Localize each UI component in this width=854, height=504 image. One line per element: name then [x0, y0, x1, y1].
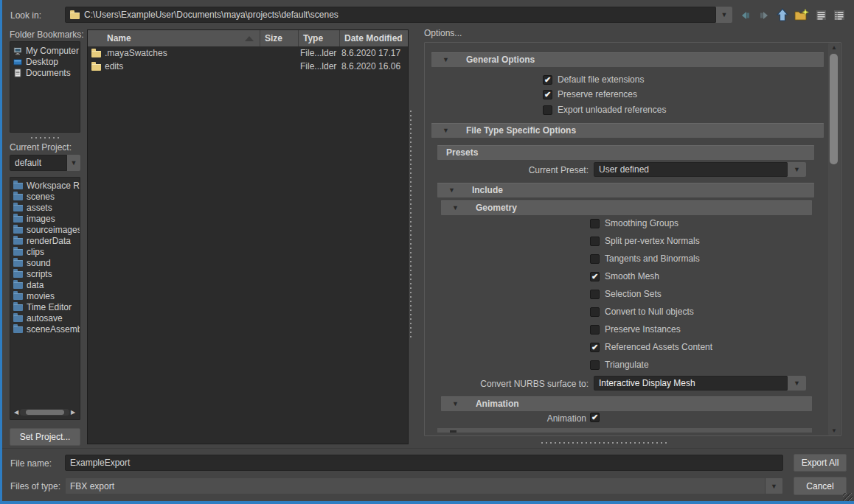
checkbox-default-file-extensions[interactable]: ✔ Default file extensions [543, 74, 644, 85]
scroll-down-icon[interactable]: ▼ [828, 426, 840, 435]
current-folder-icon [70, 13, 80, 19]
checkbox[interactable]: ✔ [543, 90, 552, 99]
column-header-size[interactable]: Size [260, 30, 299, 46]
file-row-mayaswatches[interactable]: .mayaSwatches File...lder 8.6.2020 17.17 [88, 46, 408, 60]
previous-bookmark-icon[interactable] [740, 10, 751, 21]
folder-icon [13, 304, 23, 311]
file-name-label: File name: [10, 458, 52, 469]
checkbox[interactable] [590, 360, 600, 370]
checkbox-triangulate[interactable]: Triangulate [590, 360, 649, 370]
panel-splitter-handle[interactable] [410, 111, 412, 339]
checkbox-smoothing-groups[interactable]: Smoothing Groups [590, 218, 678, 228]
checkbox-referenced-assets-content[interactable]: ✔ Referenced Assets Content [590, 342, 712, 352]
checkbox-tangents-and-binormals[interactable]: Tangents and Binormals [590, 253, 700, 264]
scrollbar-thumb[interactable] [830, 54, 838, 164]
files-of-type-dropdown-button[interactable]: ▼ [765, 478, 782, 494]
checkbox-preserve-references[interactable]: ✔ Preserve references [543, 89, 637, 99]
checkbox-animation[interactable]: ✔ [590, 412, 600, 422]
folder-icon [13, 326, 23, 333]
scroll-up-icon[interactable]: ▲ [828, 43, 840, 52]
files-of-type-select[interactable]: FBX export ▼ [65, 477, 783, 494]
set-project-button[interactable]: Set Project... [10, 428, 80, 446]
checkbox-smooth-mesh[interactable]: ✔ Smooth Mesh [590, 271, 659, 281]
window-resize-grip[interactable] [843, 493, 853, 501]
current-project-label: Current Project: [10, 142, 72, 153]
folder-bookmarks-label: Folder Bookmarks: [10, 29, 84, 40]
scroll-left-icon[interactable]: ◀ [13, 410, 20, 416]
scrollbar-track[interactable] [20, 409, 69, 416]
section-animation[interactable]: ▼ Animation [441, 396, 812, 411]
checkbox-selection-sets[interactable]: Selection Sets [590, 289, 662, 299]
folder-item-clips[interactable]: clips [10, 246, 80, 257]
folder-item-images[interactable]: images [10, 213, 80, 224]
details-view-icon[interactable] [833, 10, 845, 21]
folder-item-workspace-root[interactable]: Workspace Roo [10, 180, 80, 191]
options-scrollbar[interactable]: ▲ ▼ [828, 43, 840, 435]
list-view-icon[interactable] [816, 10, 827, 21]
section-presets[interactable]: Presets [437, 145, 814, 160]
bookmarks-splitter-handle[interactable] [31, 137, 59, 139]
path-field[interactable]: C:\Users\ExampleUser\Documents\maya\proj… [65, 7, 716, 23]
file-name-input[interactable] [65, 455, 783, 471]
bookmark-desktop[interactable]: Desktop [10, 56, 80, 67]
convert-nurbs-field[interactable]: Interactive Display Mesh [594, 376, 788, 391]
checkbox[interactable] [543, 105, 552, 115]
scroll-right-icon[interactable]: ▶ [69, 410, 77, 416]
bookmark-my-computer[interactable]: My Computer [10, 45, 80, 56]
path-dropdown-button[interactable]: ▼ [716, 7, 732, 23]
checkbox[interactable]: ✔ [543, 75, 552, 85]
checkbox-preserve-instances[interactable]: Preserve Instances [590, 324, 681, 335]
export-all-button[interactable]: Export All [794, 454, 847, 472]
folder-icon [13, 271, 23, 278]
section-include[interactable]: ▼ Include [437, 183, 814, 197]
folder-item-renderdata[interactable]: renderData [10, 235, 80, 246]
section-clipped-header[interactable] [437, 428, 812, 433]
checkbox[interactable]: ✔ [590, 272, 600, 281]
folder-item-scripts[interactable]: scripts [10, 268, 80, 279]
options-splitter-handle[interactable] [541, 442, 668, 444]
current-preset-dropdown-button[interactable]: ▼ [788, 162, 806, 177]
convert-nurbs-dropdown-button[interactable]: ▼ [788, 376, 806, 391]
column-header-type[interactable]: Type [299, 30, 340, 46]
scrollbar-thumb[interactable] [26, 410, 64, 415]
checkbox[interactable] [590, 237, 600, 246]
current-project-select[interactable]: default [10, 155, 67, 171]
up-directory-icon[interactable] [776, 8, 789, 22]
desktop-icon [13, 57, 22, 66]
file-row-edits[interactable]: edits File...lder 8.6.2020 16.06 [88, 60, 408, 73]
folder-item-time-editor[interactable]: Time Editor [10, 301, 80, 312]
section-geometry[interactable]: ▼ Geometry [441, 200, 812, 215]
folder-item-scenes[interactable]: scenes [10, 191, 80, 202]
checkbox-export-unloaded-references[interactable]: Export unloaded references [543, 105, 666, 115]
section-general-options[interactable]: ▼ General Options [431, 52, 824, 67]
folder-item-movies[interactable]: movies [10, 290, 80, 301]
checkbox-convert-to-null-objects[interactable]: Convert to Null objects [590, 307, 694, 317]
checkbox[interactable] [590, 219, 600, 228]
section-file-type-specific-options[interactable]: ▼ File Type Specific Options [431, 123, 824, 138]
checkbox[interactable] [590, 325, 600, 335]
checkbox[interactable] [590, 307, 600, 317]
current-project-dropdown-button[interactable]: ▼ [67, 155, 80, 171]
folder-item-data[interactable]: data [10, 279, 80, 290]
checkbox[interactable]: ✔ [590, 343, 600, 352]
cancel-button[interactable]: Cancel [794, 477, 847, 495]
folders-horizontal-scrollbar[interactable]: ◀ ▶ [13, 407, 77, 417]
project-folders-list: Workspace Roo scenes assets images sourc… [10, 177, 80, 420]
folder-item-sourceimages[interactable]: sourceimages [10, 224, 80, 235]
window-accent-border-left [0, 0, 2, 504]
folder-item-sceneassembly[interactable]: sceneAssembly [10, 323, 80, 335]
column-header-date-modified[interactable]: Date Modified [340, 30, 408, 46]
bookmark-documents[interactable]: Documents [10, 67, 80, 78]
folder-item-sound[interactable]: sound [10, 257, 80, 268]
column-header-name[interactable]: Name [88, 30, 260, 46]
checkbox[interactable] [590, 290, 600, 299]
checkbox[interactable]: ✔ [590, 413, 600, 422]
new-folder-icon[interactable] [794, 8, 810, 22]
next-bookmark-icon[interactable] [758, 10, 770, 21]
checkbox[interactable] [590, 254, 600, 264]
current-preset-field[interactable]: User defined [594, 162, 788, 177]
folder-item-assets[interactable]: assets [10, 202, 80, 213]
checkbox-split-per-vertex-normals[interactable]: Split per-vertex Normals [590, 236, 700, 246]
folder-item-autosave[interactable]: autosave [10, 312, 80, 323]
folder-icon [91, 51, 101, 57]
